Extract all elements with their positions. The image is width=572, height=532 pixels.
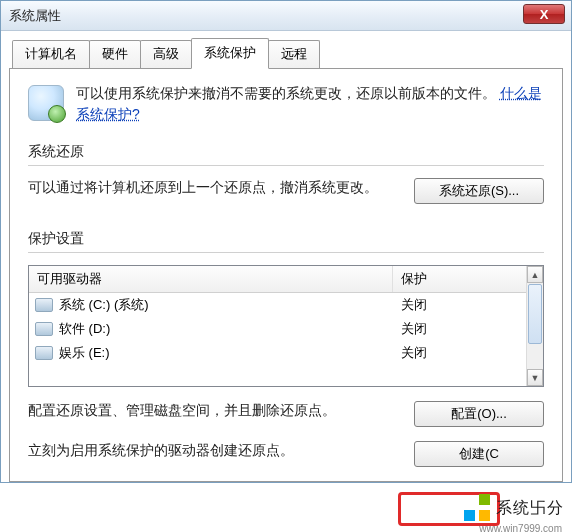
create-button[interactable]: 创建(C <box>414 441 544 467</box>
restore-description: 可以通过将计算机还原到上一个还原点，撤消系统更改。 <box>28 178 398 199</box>
drive-icon <box>35 346 53 360</box>
drive-status: 关闭 <box>393 320 543 338</box>
drives-scrollbar[interactable]: ▲ ▼ <box>526 266 543 386</box>
tab-computer-name[interactable]: 计算机名 <box>12 40 90 69</box>
intro-text-main: 可以使用系统保护来撤消不需要的系统更改，还原以前版本的文件。 <box>76 85 496 101</box>
intro-text: 可以使用系统保护来撤消不需要的系统更改，还原以前版本的文件。 什么是系统保护? <box>76 83 544 125</box>
configure-description: 配置还原设置、管理磁盘空间，并且删除还原点。 <box>28 401 398 422</box>
system-restore-button[interactable]: 系统还原(S)... <box>414 178 544 204</box>
drive-row[interactable]: 系统 (C:) (系统) 关闭 <box>29 293 543 317</box>
drive-row[interactable]: 软件 (D:) 关闭 <box>29 317 543 341</box>
tab-hardware[interactable]: 硬件 <box>89 40 141 69</box>
drive-label: 系统 (C:) (系统) <box>59 296 149 314</box>
configure-button[interactable]: 配置(O)... <box>414 401 544 427</box>
close-icon: X <box>540 7 549 22</box>
scroll-thumb[interactable] <box>528 284 542 344</box>
scroll-down-button[interactable]: ▼ <box>527 369 543 386</box>
create-description: 立刻为启用系统保护的驱动器创建还原点。 <box>28 441 398 462</box>
drive-status: 关闭 <box>393 344 543 362</box>
close-button[interactable]: X <box>523 4 565 24</box>
group-divider-protection <box>28 252 544 253</box>
create-row: 立刻为启用系统保护的驱动器创建还原点。 创建(C <box>28 441 544 467</box>
system-properties-window: 系统属性 X 计算机名 硬件 高级 系统保护 远程 可以使用系统保护来撤消不需要… <box>0 0 572 483</box>
column-header-protection[interactable]: 保护 <box>393 266 543 292</box>
group-title-protection: 保护设置 <box>28 230 544 248</box>
client-area: 计算机名 硬件 高级 系统保护 远程 可以使用系统保护来撤消不需要的系统更改，还… <box>1 31 571 482</box>
drive-icon <box>35 298 53 312</box>
system-protection-icon <box>28 85 64 121</box>
column-header-drive[interactable]: 可用驱动器 <box>29 266 393 292</box>
tab-strip: 计算机名 硬件 高级 系统保护 远程 <box>9 40 563 69</box>
tab-system-protection[interactable]: 系统保护 <box>191 38 269 69</box>
tab-panel-system-protection: 可以使用系统保护来撤消不需要的系统更改，还原以前版本的文件。 什么是系统保护? … <box>9 68 563 482</box>
drive-row[interactable]: 娱乐 (E:) 关闭 <box>29 341 543 365</box>
titlebar[interactable]: 系统属性 X <box>1 1 571 31</box>
drive-label: 娱乐 (E:) <box>59 344 110 362</box>
group-title-restore: 系统还原 <box>28 143 544 161</box>
watermark-brand: 系统卐分 <box>496 498 564 519</box>
tab-advanced[interactable]: 高级 <box>140 40 192 69</box>
restore-row: 可以通过将计算机还原到上一个还原点，撤消系统更改。 系统还原(S)... <box>28 178 544 204</box>
watermark: 系统卐分 <box>462 494 564 522</box>
window-title: 系统属性 <box>9 7 61 25</box>
drive-icon <box>35 322 53 336</box>
drive-label: 软件 (D:) <box>59 320 110 338</box>
drives-header: 可用驱动器 保护 <box>29 266 543 293</box>
tab-remote[interactable]: 远程 <box>268 40 320 69</box>
drives-listview[interactable]: 可用驱动器 保护 系统 (C:) (系统) 关闭 软件 (D:) 关闭 <box>28 265 544 387</box>
configure-row: 配置还原设置、管理磁盘空间，并且删除还原点。 配置(O)... <box>28 401 544 427</box>
watermark-url: www.win7999.com <box>479 523 562 532</box>
intro-row: 可以使用系统保护来撤消不需要的系统更改，还原以前版本的文件。 什么是系统保护? <box>28 83 544 125</box>
drive-status: 关闭 <box>393 296 543 314</box>
scroll-up-button[interactable]: ▲ <box>527 266 543 283</box>
group-divider-restore <box>28 165 544 166</box>
watermark-logo-icon <box>462 494 490 522</box>
